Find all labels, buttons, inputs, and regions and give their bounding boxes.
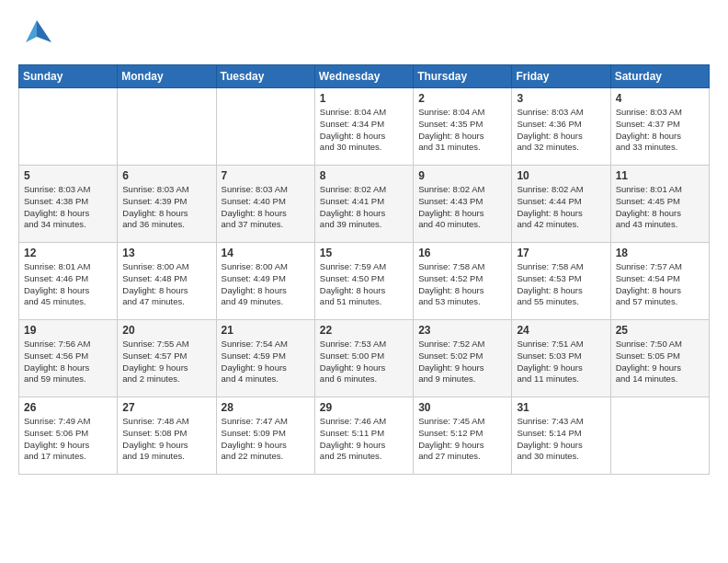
day-info: Sunrise: 8:03 AM Sunset: 4:39 PM Dayligh…	[122, 184, 210, 231]
day-number: 27	[122, 401, 210, 414]
day-of-week-friday: Friday	[512, 65, 610, 88]
day-info: Sunrise: 7:48 AM Sunset: 5:08 PM Dayligh…	[122, 416, 210, 463]
day-number: 14	[222, 247, 310, 259]
calendar-body: 1Sunrise: 8:04 AM Sunset: 4:34 PM Daylig…	[19, 88, 710, 475]
day-cell: 2Sunrise: 8:04 AM Sunset: 4:35 PM Daylig…	[414, 88, 512, 166]
page: SundayMondayTuesdayWednesdayThursdayFrid…	[0, 0, 728, 563]
day-cell: 7Sunrise: 8:03 AM Sunset: 4:40 PM Daylig…	[216, 166, 314, 243]
day-number: 8	[320, 169, 408, 182]
days-of-week-row: SundayMondayTuesdayWednesdayThursdayFrid…	[19, 65, 710, 88]
day-info: Sunrise: 7:47 AM Sunset: 5:09 PM Dayligh…	[222, 416, 310, 463]
day-number: 26	[24, 401, 112, 414]
day-cell: 5Sunrise: 8:03 AM Sunset: 4:38 PM Daylig…	[19, 166, 118, 243]
day-info: Sunrise: 8:01 AM Sunset: 4:45 PM Dayligh…	[616, 184, 704, 231]
day-of-week-saturday: Saturday	[610, 65, 709, 88]
day-cell: 11Sunrise: 8:01 AM Sunset: 4:45 PM Dayli…	[610, 166, 709, 243]
day-number: 13	[122, 247, 210, 259]
day-cell: 28Sunrise: 7:47 AM Sunset: 5:09 PM Dayli…	[216, 397, 314, 475]
logo-icon	[18, 17, 53, 52]
day-number: 23	[418, 324, 506, 337]
day-cell: 14Sunrise: 8:00 AM Sunset: 4:49 PM Dayli…	[216, 243, 314, 320]
logo	[18, 17, 55, 55]
day-info: Sunrise: 7:43 AM Sunset: 5:14 PM Dayligh…	[517, 416, 605, 463]
day-cell: 17Sunrise: 7:58 AM Sunset: 4:53 PM Dayli…	[512, 243, 610, 320]
day-info: Sunrise: 7:57 AM Sunset: 4:54 PM Dayligh…	[616, 261, 704, 308]
day-info: Sunrise: 7:49 AM Sunset: 5:06 PM Dayligh…	[24, 416, 112, 463]
day-number: 12	[24, 247, 112, 259]
day-of-week-sunday: Sunday	[19, 65, 118, 88]
day-info: Sunrise: 7:56 AM Sunset: 4:56 PM Dayligh…	[24, 339, 112, 385]
day-of-week-wednesday: Wednesday	[314, 65, 413, 88]
day-number: 4	[616, 92, 704, 105]
day-cell: 27Sunrise: 7:48 AM Sunset: 5:08 PM Dayli…	[118, 397, 216, 475]
day-cell	[610, 397, 709, 475]
week-row-5: 26Sunrise: 7:49 AM Sunset: 5:06 PM Dayli…	[19, 397, 710, 475]
day-info: Sunrise: 7:50 AM Sunset: 5:05 PM Dayligh…	[616, 339, 704, 385]
day-info: Sunrise: 7:51 AM Sunset: 5:03 PM Dayligh…	[517, 339, 605, 385]
day-info: Sunrise: 7:53 AM Sunset: 5:00 PM Dayligh…	[320, 339, 408, 385]
day-number: 9	[418, 169, 506, 182]
day-cell: 22Sunrise: 7:53 AM Sunset: 5:00 PM Dayli…	[314, 320, 413, 397]
week-row-1: 1Sunrise: 8:04 AM Sunset: 4:34 PM Daylig…	[19, 88, 710, 166]
day-info: Sunrise: 8:03 AM Sunset: 4:37 PM Dayligh…	[616, 107, 704, 154]
calendar: SundayMondayTuesdayWednesdayThursdayFrid…	[18, 64, 710, 475]
day-info: Sunrise: 7:46 AM Sunset: 5:11 PM Dayligh…	[320, 416, 408, 463]
week-row-2: 5Sunrise: 8:03 AM Sunset: 4:38 PM Daylig…	[19, 166, 710, 243]
day-cell: 3Sunrise: 8:03 AM Sunset: 4:36 PM Daylig…	[512, 88, 610, 166]
day-cell: 25Sunrise: 7:50 AM Sunset: 5:05 PM Dayli…	[610, 320, 709, 397]
day-number: 31	[517, 401, 605, 414]
day-number: 17	[517, 247, 605, 259]
day-number: 30	[418, 401, 506, 414]
day-number: 19	[24, 324, 112, 337]
day-info: Sunrise: 7:45 AM Sunset: 5:12 PM Dayligh…	[418, 416, 506, 463]
day-number: 1	[320, 92, 408, 105]
day-number: 22	[320, 324, 408, 337]
day-cell: 12Sunrise: 8:01 AM Sunset: 4:46 PM Dayli…	[19, 243, 118, 320]
day-info: Sunrise: 8:04 AM Sunset: 4:35 PM Dayligh…	[418, 107, 506, 154]
day-number: 15	[320, 247, 408, 259]
day-info: Sunrise: 8:00 AM Sunset: 4:48 PM Dayligh…	[122, 261, 210, 308]
day-info: Sunrise: 8:02 AM Sunset: 4:41 PM Dayligh…	[320, 184, 408, 231]
header	[18, 17, 710, 55]
day-cell: 20Sunrise: 7:55 AM Sunset: 4:57 PM Dayli…	[118, 320, 216, 397]
day-of-week-tuesday: Tuesday	[216, 65, 314, 88]
day-cell: 13Sunrise: 8:00 AM Sunset: 4:48 PM Dayli…	[118, 243, 216, 320]
day-number: 28	[222, 401, 310, 414]
day-info: Sunrise: 8:02 AM Sunset: 4:43 PM Dayligh…	[418, 184, 506, 231]
week-row-3: 12Sunrise: 8:01 AM Sunset: 4:46 PM Dayli…	[19, 243, 710, 320]
day-number: 29	[320, 401, 408, 414]
day-cell: 31Sunrise: 7:43 AM Sunset: 5:14 PM Dayli…	[512, 397, 610, 475]
day-info: Sunrise: 7:55 AM Sunset: 4:57 PM Dayligh…	[122, 339, 210, 385]
day-number: 16	[418, 247, 506, 259]
day-cell: 1Sunrise: 8:04 AM Sunset: 4:34 PM Daylig…	[314, 88, 413, 166]
day-cell: 24Sunrise: 7:51 AM Sunset: 5:03 PM Dayli…	[512, 320, 610, 397]
day-info: Sunrise: 8:02 AM Sunset: 4:44 PM Dayligh…	[517, 184, 605, 231]
day-of-week-monday: Monday	[118, 65, 216, 88]
day-cell: 15Sunrise: 7:59 AM Sunset: 4:50 PM Dayli…	[314, 243, 413, 320]
day-number: 11	[616, 169, 704, 182]
day-info: Sunrise: 7:54 AM Sunset: 4:59 PM Dayligh…	[222, 339, 310, 385]
day-cell	[118, 88, 216, 166]
day-number: 6	[122, 169, 210, 182]
day-cell: 29Sunrise: 7:46 AM Sunset: 5:11 PM Dayli…	[314, 397, 413, 475]
day-cell: 23Sunrise: 7:52 AM Sunset: 5:02 PM Dayli…	[414, 320, 512, 397]
day-cell	[216, 88, 314, 166]
day-number: 20	[122, 324, 210, 337]
day-cell: 21Sunrise: 7:54 AM Sunset: 4:59 PM Dayli…	[216, 320, 314, 397]
day-cell: 19Sunrise: 7:56 AM Sunset: 4:56 PM Dayli…	[19, 320, 118, 397]
day-cell: 16Sunrise: 7:58 AM Sunset: 4:52 PM Dayli…	[414, 243, 512, 320]
day-info: Sunrise: 8:03 AM Sunset: 4:38 PM Dayligh…	[24, 184, 112, 231]
day-info: Sunrise: 7:52 AM Sunset: 5:02 PM Dayligh…	[418, 339, 506, 385]
calendar-header: SundayMondayTuesdayWednesdayThursdayFrid…	[19, 65, 710, 88]
day-number: 2	[418, 92, 506, 105]
day-info: Sunrise: 8:04 AM Sunset: 4:34 PM Dayligh…	[320, 107, 408, 154]
day-number: 24	[517, 324, 605, 337]
day-cell	[19, 88, 118, 166]
day-number: 10	[517, 169, 605, 182]
day-cell: 18Sunrise: 7:57 AM Sunset: 4:54 PM Dayli…	[610, 243, 709, 320]
day-cell: 10Sunrise: 8:02 AM Sunset: 4:44 PM Dayli…	[512, 166, 610, 243]
day-number: 25	[616, 324, 704, 337]
day-number: 18	[616, 247, 704, 259]
day-number: 7	[222, 169, 310, 182]
day-info: Sunrise: 8:01 AM Sunset: 4:46 PM Dayligh…	[24, 261, 112, 308]
